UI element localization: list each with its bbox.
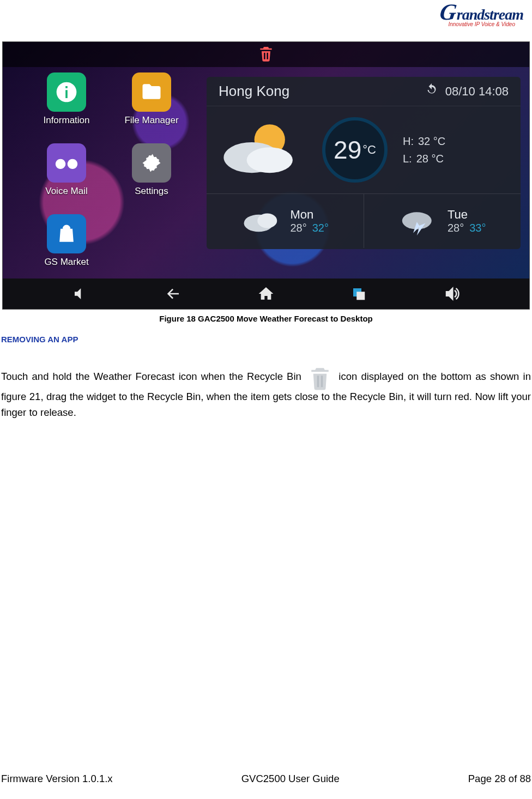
footer-page: Page 28 of 88: [468, 773, 531, 785]
footer-doc-title: GVC2500 User Guide: [241, 773, 340, 785]
back-button[interactable]: [158, 283, 189, 305]
low-label: L:: [403, 153, 412, 165]
footer-firmware: Firmware Version 1.0.1.x: [1, 773, 113, 785]
high-unit: °C: [433, 135, 445, 147]
svg-point-4: [257, 213, 277, 228]
high-label: H:: [403, 135, 414, 147]
weather-temp-unit: °C: [362, 143, 376, 157]
app-settings[interactable]: Settings: [116, 143, 187, 209]
high-value: 32: [418, 135, 430, 147]
svg-rect-8: [357, 292, 365, 300]
system-navbar: [3, 279, 529, 309]
device-screenshot: Information File Manager Voice Mail Sett…: [2, 41, 530, 310]
app-label: GS Market: [44, 257, 88, 268]
app-label: Information: [43, 115, 89, 126]
weather-temp: 29: [334, 135, 361, 165]
section-heading: REMOVING AN APP: [1, 335, 78, 344]
app-file-manager[interactable]: File Manager: [116, 72, 187, 138]
gear-icon: [132, 143, 171, 183]
volume-up-button[interactable]: [437, 283, 467, 305]
app-label: File Manager: [124, 115, 178, 126]
app-label: Settings: [135, 186, 168, 197]
cloud-icon: [241, 206, 281, 237]
app-gs-market[interactable]: GS Market: [31, 214, 102, 280]
app-label: Voice Mail: [45, 186, 87, 197]
storm-icon: [398, 206, 438, 237]
folder-icon: [132, 72, 171, 112]
svg-point-2: [247, 147, 293, 173]
voicemail-icon: [47, 143, 86, 183]
forecast-day: Tue 28°33°: [364, 194, 521, 248]
forecast-day-name: Tue: [448, 208, 468, 222]
desktop-app-grid: Information File Manager Voice Mail Sett…: [31, 72, 187, 280]
forecast-low: 28°: [448, 222, 464, 234]
volume-down-button[interactable]: [65, 283, 95, 305]
low-value: 28: [416, 153, 428, 165]
body-text-a: Touch and hold the Weather Forecast icon…: [1, 371, 301, 382]
weather-city: Hong Kong: [219, 83, 289, 100]
app-information[interactable]: Information: [31, 72, 102, 138]
weather-time: 08/10 14:08: [425, 83, 509, 100]
weather-forecast-row: Mon 28°32° Tue 28°33°: [207, 193, 521, 248]
app-voice-mail[interactable]: Voice Mail: [31, 143, 102, 209]
figure-caption: Figure 18 GAC2500 Move Weather Forecast …: [0, 314, 532, 323]
forecast-low: 28°: [291, 222, 307, 234]
weather-datetime: 08/10 14:08: [445, 84, 509, 99]
weather-current: 29°C H:32 °C L:28 °C: [207, 106, 521, 193]
weather-widget[interactable]: Hong Kong 08/10 14:08 29: [207, 77, 521, 249]
page-footer: Firmware Version 1.0.1.x GVC2500 User Gu…: [1, 773, 531, 785]
recycle-bin-icon: [309, 365, 331, 389]
forecast-day-name: Mon: [291, 208, 314, 222]
home-button[interactable]: [251, 283, 281, 305]
sun-cloud-icon: [219, 117, 300, 183]
weather-header: Hong Kong 08/10 14:08: [207, 77, 521, 106]
body-paragraph: Touch and hold the Weather Forecast icon…: [1, 365, 531, 420]
weather-hilo: H:32 °C L:28 °C: [403, 132, 445, 167]
low-unit: °C: [432, 153, 444, 165]
brand-g: G: [439, 3, 458, 22]
weather-temp-ring: 29°C: [322, 117, 388, 183]
refresh-icon[interactable]: [425, 83, 439, 100]
drag-delete-bar[interactable]: [3, 42, 529, 67]
bag-icon: [47, 214, 86, 253]
forecast-high: 32°: [312, 222, 329, 234]
recent-apps-button[interactable]: [343, 283, 374, 305]
info-icon: [47, 72, 86, 112]
forecast-high: 33°: [469, 222, 486, 234]
brand-logo: Grandstream Innovative IP Voice & Video: [440, 3, 523, 27]
brand-rest: randstream: [457, 6, 523, 23]
forecast-day: Mon 28°32°: [207, 194, 364, 248]
trash-icon: [257, 45, 275, 64]
